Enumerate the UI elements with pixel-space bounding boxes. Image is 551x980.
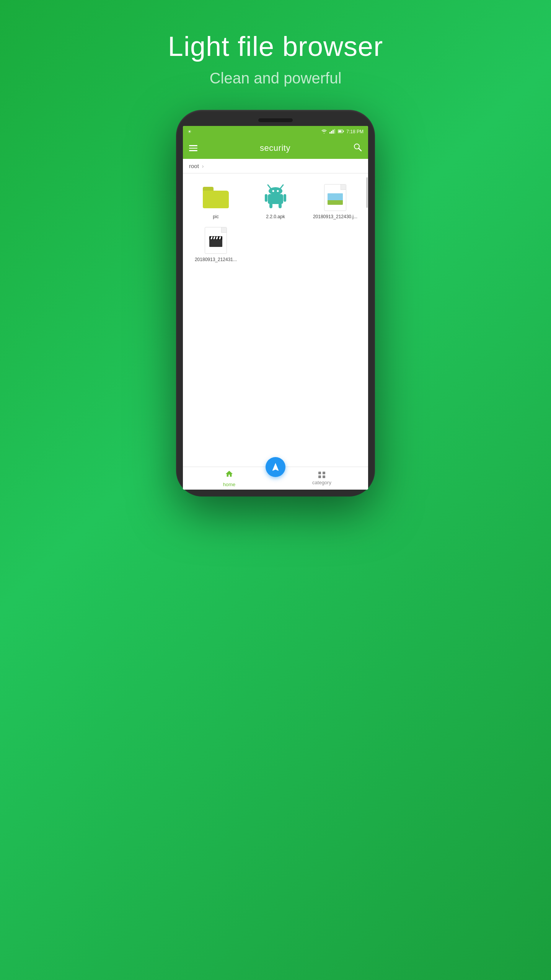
category-icon: [318, 472, 325, 479]
page-header: Light file browser Clean and powerful: [168, 31, 383, 87]
folder-body: [203, 191, 229, 208]
svg-rect-16: [284, 194, 286, 202]
image-file-icon: [324, 184, 346, 211]
page-subtitle: Clean and powerful: [168, 70, 383, 87]
status-right: 7:18 PM: [321, 129, 364, 135]
bottom-nav: home category: [183, 467, 368, 490]
svg-rect-14: [268, 194, 283, 204]
nav-item-category[interactable]: category: [276, 472, 368, 485]
category-dot: [323, 472, 325, 474]
scrollbar-thumb: [366, 177, 368, 208]
app-bar-title: security: [260, 143, 290, 153]
file-item-video[interactable]: 20180913_212431...: [186, 222, 246, 265]
battery-icon: [338, 129, 344, 135]
folder-icon-container: [202, 184, 229, 211]
phone-shell: ☀: [176, 110, 375, 497]
image-preview: [328, 193, 343, 205]
svg-point-11: [269, 187, 282, 195]
phone-speaker: [258, 118, 293, 122]
clapper-top: [209, 236, 222, 240]
svg-rect-5: [343, 131, 344, 132]
svg-rect-6: [339, 130, 342, 132]
video-file-icon: [205, 227, 227, 254]
fab-button[interactable]: [266, 457, 285, 477]
file-name-pic: pic: [211, 214, 220, 219]
file-grid: pic: [183, 173, 368, 467]
status-left: ☀: [187, 129, 192, 134]
weather-icon: ☀: [187, 129, 192, 134]
android-icon: [264, 183, 287, 212]
category-dot: [323, 475, 325, 478]
file-item-pic[interactable]: pic: [186, 180, 246, 222]
menu-line-3: [189, 150, 197, 151]
apk-icon-container: [262, 184, 289, 211]
clapper-body: [209, 240, 222, 247]
file-name-video: 20180913_212431...: [193, 257, 238, 262]
signal-icon: [329, 129, 336, 135]
menu-button[interactable]: [189, 145, 197, 151]
preview-sky: [328, 193, 343, 200]
image-icon-container: [322, 184, 349, 211]
svg-line-9: [268, 185, 271, 189]
clapper-stripe: [213, 237, 215, 239]
breadcrumb: root ›: [183, 159, 368, 173]
home-label: home: [223, 482, 236, 487]
app-bar: security: [183, 137, 368, 159]
clapper-stripe: [216, 237, 218, 239]
page-title: Light file browser: [168, 31, 383, 62]
svg-rect-0: [329, 132, 331, 134]
file-name-image: 20180913_212430.j...: [311, 214, 359, 219]
breadcrumb-root[interactable]: root: [189, 163, 199, 169]
video-icon-container: [202, 227, 229, 254]
folder-icon: [203, 187, 229, 208]
clapper-stripe: [219, 237, 221, 239]
breadcrumb-separator: ›: [202, 163, 204, 169]
wifi-icon: [321, 129, 327, 135]
preview-ground: [328, 200, 343, 205]
svg-rect-1: [331, 131, 332, 134]
video-file-fold: [221, 227, 227, 233]
svg-rect-2: [333, 130, 334, 134]
file-item-image[interactable]: 20180913_212430.j...: [305, 180, 365, 222]
file-name-apk: 2.2.0.apk: [264, 214, 286, 219]
search-button[interactable]: [353, 142, 362, 154]
svg-line-8: [359, 149, 361, 151]
category-dot: [318, 472, 321, 474]
svg-rect-17: [269, 203, 272, 208]
svg-rect-15: [265, 194, 267, 202]
menu-line-2: [189, 148, 197, 149]
scrollbar[interactable]: [366, 173, 368, 467]
time-display: 7:18 PM: [346, 129, 364, 134]
clapperboard-icon: [209, 236, 222, 247]
phone-screen: ☀: [183, 126, 368, 490]
image-file-fold: [341, 185, 346, 190]
svg-rect-3: [334, 129, 335, 134]
category-label: category: [312, 480, 331, 485]
home-icon: [225, 470, 233, 480]
file-item-apk[interactable]: 2.2.0.apk: [246, 180, 305, 222]
menu-line-1: [189, 145, 197, 146]
svg-line-10: [280, 185, 283, 189]
svg-rect-18: [279, 203, 282, 208]
svg-point-13: [277, 190, 279, 192]
clapper-stripe: [210, 237, 213, 239]
category-dot: [318, 475, 321, 478]
svg-point-12: [272, 190, 274, 192]
status-bar: ☀: [183, 126, 368, 137]
nav-item-home[interactable]: home: [183, 470, 276, 487]
